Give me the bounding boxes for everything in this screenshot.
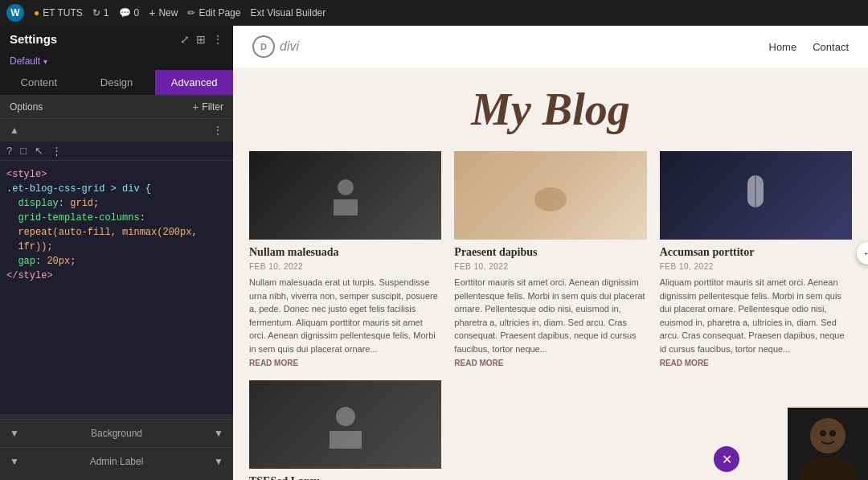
- blog-card-3-image: [660, 151, 852, 240]
- svg-point-2: [534, 187, 567, 211]
- close-button[interactable]: ✕: [714, 446, 739, 472]
- collapse-more-icon[interactable]: ⋮: [212, 124, 223, 137]
- svg-point-8: [810, 418, 845, 453]
- blog-card-1-text: Nullam malesuada erat ut turpis. Suspend…: [249, 276, 441, 355]
- wordpress-icon[interactable]: W: [6, 4, 24, 22]
- code-line-7: gap: 20px;: [6, 254, 227, 269]
- background-section[interactable]: ▼ Background ▼: [0, 419, 233, 447]
- svg-rect-6: [330, 431, 362, 449]
- blog-card-4-image: [249, 380, 441, 469]
- code-toolbar: ? □ ↖ ⋮: [0, 142, 233, 161]
- blog-card-3-text: Aliquam porttitor mauris sit amet orci. …: [660, 276, 852, 355]
- code-line-2: .et-blog-css-grid > div {: [6, 182, 227, 196]
- blog-card-3-read-more[interactable]: READ MORE: [660, 359, 852, 367]
- code-block-icon[interactable]: □: [20, 145, 27, 157]
- refresh-item[interactable]: ↻ 1: [92, 7, 109, 18]
- blog-card-3-title: Accumsan porttitor: [660, 246, 852, 259]
- nav-contact[interactable]: Contact: [813, 41, 849, 53]
- blog-card-1-image: [249, 151, 441, 240]
- blog-card-1-read-more[interactable]: READ MORE: [249, 359, 441, 367]
- blog-card-2: Praesent dapibus FEB 10, 2022 Eorttitor …: [454, 151, 646, 367]
- more-options-icon[interactable]: ⋮: [212, 33, 223, 46]
- blog-title: My Blog: [233, 84, 868, 135]
- tab-design[interactable]: Design: [78, 70, 156, 95]
- code-help-icon[interactable]: ?: [6, 145, 12, 157]
- new-item[interactable]: + New: [149, 6, 178, 19]
- collapse-up-arrow[interactable]: ▲: [10, 125, 19, 136]
- code-menu-icon[interactable]: ⋮: [51, 145, 62, 157]
- edit-page-item[interactable]: ✏ Edit Page: [187, 7, 240, 18]
- svg-point-5: [336, 407, 355, 426]
- avatar-bottom: [788, 408, 868, 480]
- panel-header: Settings ⤢ ⊞ ⋮: [0, 26, 233, 52]
- top-toolbar: W ● ET TUTS ↻ 1 💬 0 + New ✏ Edit Page Ex…: [0, 0, 868, 26]
- svg-point-10: [820, 430, 826, 437]
- blog-card-4-title: TSESed Larcu: [249, 475, 441, 480]
- blog-nav: D divi Home Contact: [233, 26, 868, 68]
- code-line-8: </style>: [6, 269, 227, 283]
- blog-card-2-title: Praesent dapibus: [454, 246, 646, 259]
- panel-header-icons: ⤢ ⊞ ⋮: [180, 33, 223, 46]
- background-expand-arrow: ▼: [214, 428, 223, 439]
- panel-bottom-sections: ▼ Background ▼ ▼ Admin Label ▼: [0, 414, 233, 480]
- code-line-3: display: grid;: [6, 196, 227, 211]
- panel-title: Settings: [10, 32, 57, 46]
- code-line-6: 1fr));: [6, 240, 227, 254]
- blog-card-2-text: Eorttitor mauris sit amet orci. Aenean d…: [454, 276, 646, 355]
- tab-content[interactable]: Content: [0, 70, 78, 95]
- et-tuts-item[interactable]: ● ET TUTS: [34, 7, 83, 18]
- code-line-4: grid-template-columns:: [6, 211, 227, 225]
- blog-nav-links: Home Contact: [769, 41, 850, 53]
- admin-label-section[interactable]: ▼ Admin Label ▼: [0, 447, 233, 475]
- logo-text: divi: [280, 39, 299, 54]
- admin-label-collapse-arrow: ▼: [10, 456, 19, 467]
- filter-options-label: Options: [10, 101, 43, 113]
- svg-point-11: [829, 430, 836, 437]
- blog-card-1-title: Nullam malesuada: [249, 246, 441, 259]
- blog-logo: D divi: [252, 35, 299, 58]
- blog-grid: Nullam malesuada FEB 10, 2022 Nullam mal…: [233, 143, 868, 480]
- blog-card-3-date: FEB 10, 2022: [660, 262, 852, 271]
- close-icon: ✕: [722, 452, 732, 467]
- logo-circle: D: [252, 35, 275, 58]
- blog-card-1: Nullam malesuada FEB 10, 2022 Nullam mal…: [249, 151, 441, 367]
- code-line-1: <style>: [6, 167, 227, 182]
- panel-subheader: Default ▾: [0, 52, 233, 70]
- tab-advanced[interactable]: Advanced: [155, 70, 233, 95]
- code-cursor-icon[interactable]: ↖: [35, 145, 43, 157]
- left-panel: Settings ⤢ ⊞ ⋮ Default ▾ Content Design …: [0, 26, 233, 480]
- split-icon[interactable]: ⊞: [196, 33, 206, 46]
- code-line-5: repeat(auto-fill, minmax(200px,: [6, 225, 227, 240]
- blog-card-4: TSESed Larcu FEB 18, 2022 Aliquam portti…: [249, 380, 441, 480]
- blog-preview: ↔ D divi Home Contact My Blog: [233, 26, 868, 480]
- admin-label-text: Admin Label: [90, 456, 144, 467]
- expand-icon[interactable]: ⤢: [180, 33, 190, 46]
- collapse-section: ▲ ⋮: [0, 118, 233, 142]
- background-collapse-arrow: ▼: [10, 428, 19, 439]
- panel-tabs: Content Design Advanced: [0, 70, 233, 96]
- nav-home[interactable]: Home: [769, 41, 797, 53]
- svg-point-0: [338, 179, 354, 195]
- blog-card-1-date: FEB 10, 2022: [249, 262, 441, 271]
- filter-button[interactable]: + Filter: [192, 101, 223, 113]
- code-editor[interactable]: <style> .et-blog-css-grid > div { displa…: [0, 161, 233, 414]
- blog-card-2-image: [454, 151, 646, 240]
- admin-label-expand-arrow: ▼: [214, 456, 223, 467]
- ext-visual-builder-item[interactable]: Ext Visual Builder: [250, 7, 326, 18]
- blog-card-3: Accumsan porttitor FEB 10, 2022 Aliquam …: [660, 151, 852, 367]
- default-label[interactable]: Default: [10, 55, 40, 67]
- default-dropdown-arrow[interactable]: ▾: [43, 57, 47, 66]
- filter-plus-icon: +: [192, 101, 199, 113]
- blog-card-2-read-more[interactable]: READ MORE: [454, 359, 646, 367]
- blog-header: My Blog: [233, 68, 868, 143]
- filter-bar: Options + Filter: [0, 96, 233, 118]
- blog-card-2-date: FEB 10, 2022: [454, 262, 646, 271]
- background-label: Background: [91, 428, 142, 439]
- svg-rect-1: [334, 199, 358, 215]
- main-layout: Settings ⤢ ⊞ ⋮ Default ▾ Content Design …: [0, 26, 868, 480]
- comment-item[interactable]: 💬 0: [119, 7, 140, 18]
